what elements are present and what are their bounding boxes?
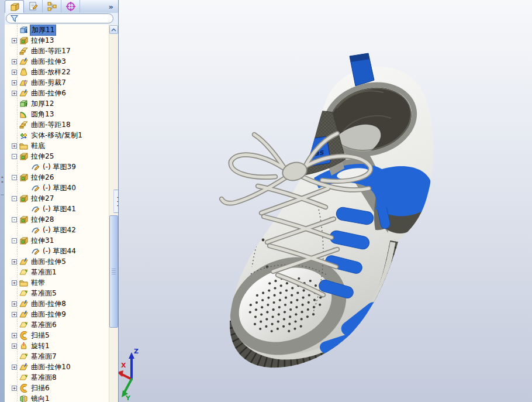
extrude-icon [19,173,28,182]
tree-item-thicken-green[interactable]: 加厚12 [5,98,109,109]
panel-tab-bar: » [5,0,118,13]
expand-plus-icon[interactable]: + [12,143,17,149]
tree-item-folder[interactable]: +鞋带 [5,277,109,288]
tab-property-manager[interactable] [24,0,43,13]
move-copy-icon [19,131,28,140]
expand-plus-icon[interactable]: + [12,365,17,370]
expand-plus-icon[interactable]: + [12,91,17,96]
feature-tree: 加厚11+拉伸13曲面-等距17+曲面-拉伸3+曲面-放样22+曲面-剪裁7+曲… [5,25,109,402]
tree-item-extrude[interactable]: -拉伸28 [5,214,109,225]
expand-plus-icon[interactable]: + [12,259,17,264]
tree-item-sketch[interactable]: (-) 草图44 [5,246,109,256]
expand-plus-icon[interactable]: + [12,386,17,391]
tree-item-surface-trim[interactable]: +曲面-剪裁7 [5,77,109,88]
expand-plus-icon[interactable]: + [12,312,17,317]
panel-collapse-handle[interactable]: « « [0,165,5,194]
tab-configuration-manager[interactable] [43,0,61,13]
tree-item-label: 曲面-拉伸6 [30,88,67,98]
tab-feature-manager[interactable] [5,0,24,13]
tree-item-label: (-) 草图39 [42,162,77,172]
tree-item-surface-extrude[interactable]: +曲面-拉伸5 [5,256,109,267]
tree-connector [23,207,29,212]
tree-item-surface-offset[interactable]: 曲面-等距17 [5,46,109,56]
tree-item-plane[interactable]: 基准面7 [5,351,109,362]
tree-item-plane[interactable]: 基准面8 [5,372,109,383]
scrollbar-thumb[interactable] [109,215,118,328]
tree-item-move-copy[interactable]: 实体-移动/复制1 [5,130,109,140]
tree-item-sketch[interactable]: (-) 草图42 [5,225,109,235]
surface-extrude-icon [19,57,28,66]
expand-plus-icon[interactable]: + [12,70,17,75]
thicken-green-icon [19,99,28,108]
surface-extrude-icon [19,257,28,266]
collapse-minus-icon[interactable]: - [12,175,17,180]
tree-item-thicken[interactable]: 加厚11 [5,25,109,35]
tab-dimxpert[interactable] [61,0,80,13]
collapse-minus-icon[interactable]: - [12,196,17,201]
extrude-icon [19,236,28,245]
tab-overflow-chevron[interactable]: » [109,2,113,11]
surface-offset-icon [19,121,28,129]
expand-plus-icon[interactable]: + [12,280,17,286]
tree-item-surface-extrude[interactable]: +曲面-拉伸10 [5,362,109,372]
tree-item-label: 扫描6 [30,383,51,393]
tree-item-plane[interactable]: 基准面6 [5,319,109,330]
tree-item-surface-loft[interactable]: +曲面-放样22 [5,67,109,77]
tree-connector [23,185,29,191]
tree-item-surface-offset[interactable]: 曲面-等距18 [5,119,109,130]
tree-item-surface-extrude[interactable]: +曲面-拉伸8 [5,298,109,309]
tree-item-revolve[interactable]: +旋转1 [5,341,109,351]
expand-plus-icon[interactable]: + [12,38,17,43]
graphics-viewport[interactable]: adidas [118,0,532,402]
tree-item-folder[interactable]: +鞋底 [5,140,109,151]
expand-plus-icon[interactable]: + [12,59,17,64]
tree-item-surface-extrude[interactable]: +曲面-拉伸3 [5,56,109,67]
triad-x-label: X [121,362,126,369]
collapse-minus-icon[interactable]: - [12,154,17,159]
tree-connector [23,249,29,254]
tree-item-surface-extrude[interactable]: +曲面-拉伸6 [5,88,109,98]
surface-extrude-icon [19,89,28,98]
tree-item-extrude[interactable]: -拉伸27 [5,193,109,204]
filter-funnel-icon [10,14,19,23]
expand-plus-icon[interactable]: + [12,80,17,85]
tree-item-surface-extrude[interactable]: +曲面-拉伸9 [5,309,109,319]
tree-item-extrude[interactable]: -拉伸25 [5,151,109,162]
sketch-icon [31,184,40,193]
mirror-icon [19,394,28,402]
tree-item-plane[interactable]: 基准面5 [5,288,109,298]
tree-connector [12,375,17,380]
tree-item-extrude[interactable]: -拉伸31 [5,235,109,246]
tree-item-extrude[interactable]: -拉伸26 [5,172,109,183]
collapse-minus-icon[interactable]: - [12,238,17,243]
tree-item-sweep[interactable]: +扫描5 [5,330,109,341]
tree-item-sketch[interactable]: (-) 草图40 [5,183,109,193]
expand-plus-icon[interactable]: + [12,333,17,338]
tree-item-fillet[interactable]: 圆角13 [5,109,109,119]
scroll-up-button[interactable] [109,25,118,34]
tree-item-label: 曲面-等距17 [30,46,72,56]
tree-item-label: 曲面-放样22 [30,67,72,77]
tree-item-label: 拉伸25 [30,152,55,162]
feature-manager-icon [9,2,20,12]
tree-item-label: 曲面-拉伸3 [30,57,67,67]
tree-item-plane[interactable]: 基准面1 [5,267,109,277]
tree-item-extrude[interactable]: +拉伸13 [5,35,109,46]
folder-icon [19,279,28,287]
filter-input[interactable] [19,14,109,23]
collapse-minus-icon[interactable]: - [12,217,17,222]
expand-plus-icon[interactable]: + [12,301,17,307]
tree-item-label: 加厚11 [30,25,56,36]
tree-item-sweep[interactable]: +扫描6 [5,383,109,393]
tree-item-sketch[interactable]: (-) 草图41 [5,204,109,214]
property-manager-icon [28,1,39,12]
tree-item-mirror[interactable]: 镜向1 [5,393,109,402]
tree-item-sketch[interactable]: (-) 草图39 [5,162,109,172]
tree-scrollbar[interactable] [109,25,118,402]
triad-y-label: Y [125,394,131,402]
tree-connector [12,101,17,106]
filter-box[interactable] [6,13,113,23]
configuration-manager-icon [47,1,57,12]
expand-plus-icon[interactable]: + [12,343,17,349]
folder-icon [19,142,28,150]
